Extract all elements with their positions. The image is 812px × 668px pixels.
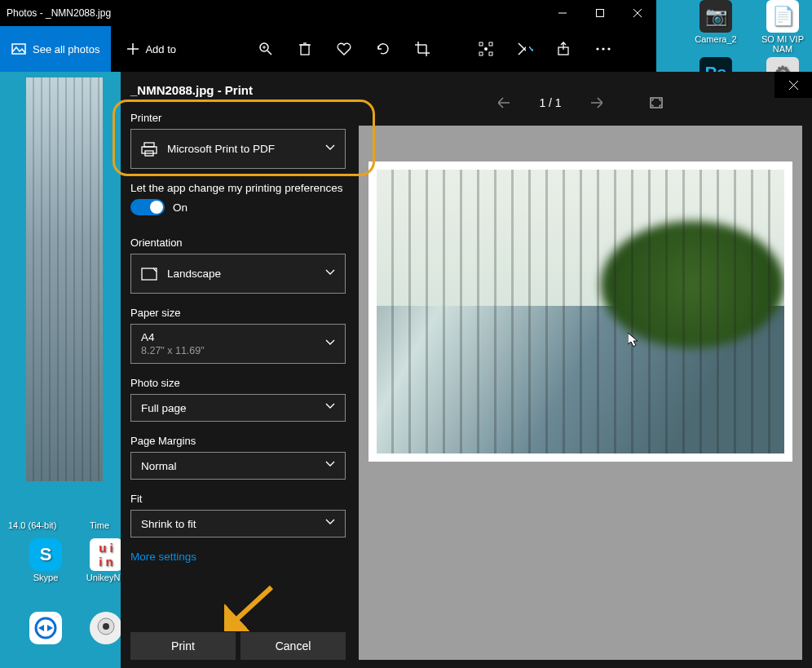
see-all-photos-button[interactable]: See all photos (0, 26, 111, 72)
orientation-label: Orientation (130, 237, 346, 249)
plus-icon (127, 43, 139, 55)
print-button[interactable]: Print (130, 632, 236, 660)
svg-point-31 (596, 47, 598, 50)
desktop-icon-camera[interactable]: 📷 Camera_2 (686, 0, 745, 44)
print-preview-panel: 1 / 1 (359, 72, 812, 668)
preview-image (377, 170, 784, 453)
margins-dropdown[interactable]: Normal (130, 452, 346, 480)
minimize-button[interactable] (544, 0, 581, 26)
svg-rect-26 (489, 52, 492, 55)
photos-window: Photos - _NMN2088.jpg See all photos Add… (0, 0, 656, 72)
close-button[interactable] (619, 0, 656, 26)
svg-rect-36 (144, 143, 154, 147)
print-settings-panel: _NMN2088.jpg - Print Printer Microsoft P… (121, 72, 359, 668)
paper-size-label: Paper size (130, 307, 346, 319)
bg-label-time: Time (90, 520, 109, 530)
orientation-dropdown[interactable]: Landscape (130, 254, 346, 294)
desktop-icon-label: Camera_2 (695, 34, 736, 44)
add-to-label: Add to (145, 43, 176, 55)
svg-rect-37 (142, 147, 157, 153)
share-icon[interactable] (556, 41, 572, 57)
next-page-button[interactable] (586, 93, 606, 113)
page-icon (141, 268, 157, 281)
preview-page (368, 161, 792, 462)
printer-dropdown[interactable]: Microsoft Print to PDF (130, 129, 346, 169)
page-counter: 1 / 1 (539, 96, 561, 109)
fullscreen-preview-button[interactable] (647, 93, 666, 113)
photo-size-dropdown[interactable]: Full page (130, 394, 346, 422)
svg-point-32 (602, 47, 604, 50)
chevron-down-icon (325, 144, 335, 154)
pref-text: Let the app change my printing preferenc… (130, 182, 346, 194)
desktop-icon-somi[interactable]: 📄 SO MI VIP NAM (753, 0, 812, 54)
svg-point-33 (607, 47, 610, 50)
see-all-label: See all photos (33, 43, 99, 55)
command-bar: See all photos Add to (0, 26, 656, 72)
page-navigation: 1 / 1 (359, 80, 802, 126)
cancel-button[interactable]: Cancel (241, 632, 346, 660)
svg-point-27 (484, 47, 488, 51)
photo-size-label: Photo size (130, 377, 346, 389)
margins-label: Page Margins (130, 435, 346, 447)
svg-marker-1 (38, 625, 44, 631)
search-visual-icon[interactable] (478, 41, 494, 57)
printer-value: Microsoft Print to PDF (167, 143, 275, 155)
svg-line-13 (267, 51, 271, 55)
printer-icon (141, 141, 157, 157)
chevron-down-icon (325, 269, 335, 279)
desktop-icon-skype[interactable]: S Skype (16, 538, 75, 582)
paper-value: A4 (141, 331, 155, 343)
paper-sub: 8.27" x 11.69" (141, 345, 205, 356)
dialog-title: _NMN2088.jpg - Print (130, 83, 346, 97)
orientation-value: Landscape (167, 268, 221, 280)
edit-icon[interactable] (517, 41, 533, 57)
photo-thumbnail-strip (26, 77, 103, 481)
window-title: Photos - _NMN2088.jpg (7, 7, 111, 19)
desktop-icon-teamviewer[interactable] (16, 612, 75, 644)
paper-size-dropdown[interactable]: A4 8.27" x 11.69" (130, 324, 346, 364)
prev-page-button[interactable] (495, 93, 514, 113)
svg-rect-6 (597, 10, 604, 17)
more-icon[interactable] (595, 41, 611, 57)
fit-label: Fit (130, 493, 346, 505)
chevron-down-icon (325, 339, 335, 349)
desktop-icon-label: UnikeyNT (86, 573, 126, 582)
more-settings-link[interactable]: More settings (130, 551, 346, 563)
delete-icon[interactable] (297, 41, 313, 57)
chevron-down-icon (325, 461, 335, 471)
fit-dropdown[interactable]: Shrink to fit (130, 510, 346, 537)
svg-rect-25 (479, 52, 483, 55)
preview-area (359, 126, 802, 660)
print-dialog: _NMN2088.jpg - Print Printer Microsoft P… (121, 72, 812, 668)
chevron-down-icon (529, 46, 533, 51)
svg-marker-2 (47, 625, 53, 631)
zoom-icon[interactable] (258, 41, 274, 57)
favorite-icon[interactable] (336, 41, 352, 57)
chevron-down-icon (325, 519, 335, 529)
rotate-icon[interactable] (375, 41, 391, 57)
svg-rect-16 (301, 45, 309, 55)
desktop-icon-label: SO MI VIP NAM (753, 34, 812, 54)
chevron-down-icon (325, 403, 335, 413)
title-bar: Photos - _NMN2088.jpg (0, 0, 656, 26)
crop-icon[interactable] (414, 41, 430, 57)
prefs-toggle[interactable] (130, 199, 165, 215)
svg-rect-23 (479, 42, 483, 46)
bg-label-bits: 14.0 (64-bit) (8, 520, 56, 530)
desktop-icon-label: Skype (33, 573, 59, 582)
photo-icon (11, 42, 26, 56)
printer-label: Printer (130, 112, 346, 124)
add-to-button[interactable]: Add to (119, 43, 184, 55)
fit-value: Shrink to fit (141, 518, 196, 530)
close-dialog-button[interactable] (774, 72, 812, 98)
svg-point-4 (103, 623, 109, 630)
maximize-button[interactable] (581, 0, 619, 26)
margins-value: Normal (141, 460, 177, 472)
photo-size-value: Full page (141, 402, 187, 414)
svg-rect-24 (489, 42, 492, 46)
toggle-state-label: On (173, 201, 188, 214)
